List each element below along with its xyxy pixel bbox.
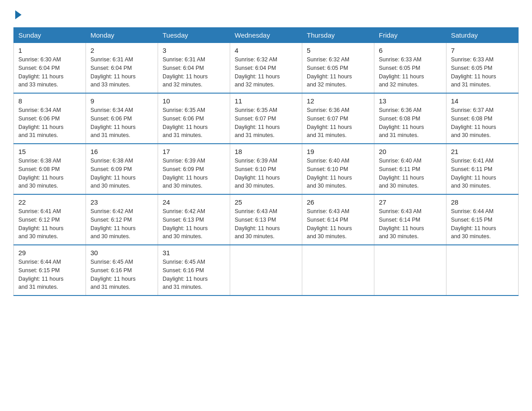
day-number: 6 <box>379 47 442 54</box>
day-info: Sunrise: 6:38 AMSunset: 6:08 PMDaylight:… <box>18 158 64 189</box>
calendar-cell: 11 Sunrise: 6:35 AMSunset: 6:07 PMDaylig… <box>230 93 302 144</box>
day-info: Sunrise: 6:38 AMSunset: 6:09 PMDaylight:… <box>90 158 136 189</box>
day-info: Sunrise: 6:43 AMSunset: 6:13 PMDaylight:… <box>235 208 280 240</box>
day-number: 1 <box>18 47 81 54</box>
week-row-1: 1 Sunrise: 6:30 AMSunset: 6:04 PMDayligh… <box>14 43 519 94</box>
header-saturday: Saturday <box>446 28 519 43</box>
page-header <box>13 9 519 19</box>
day-info: Sunrise: 6:40 AMSunset: 6:10 PMDaylight:… <box>307 158 352 189</box>
day-info: Sunrise: 6:36 AMSunset: 6:07 PMDaylight:… <box>307 107 352 138</box>
calendar-cell: 29 Sunrise: 6:44 AMSunset: 6:15 PMDaylig… <box>14 245 86 295</box>
calendar-cell: 16 Sunrise: 6:38 AMSunset: 6:09 PMDaylig… <box>86 144 158 194</box>
calendar-cell: 9 Sunrise: 6:34 AMSunset: 6:06 PMDayligh… <box>86 93 158 144</box>
day-number: 19 <box>307 148 369 155</box>
day-info: Sunrise: 6:31 AMSunset: 6:04 PMDaylight:… <box>163 56 208 88</box>
day-number: 8 <box>18 97 81 105</box>
day-number: 29 <box>18 249 81 257</box>
calendar-cell: 31 Sunrise: 6:45 AMSunset: 6:16 PMDaylig… <box>158 245 230 295</box>
day-info: Sunrise: 6:39 AMSunset: 6:09 PMDaylight:… <box>163 158 208 189</box>
day-info: Sunrise: 6:31 AMSunset: 6:04 PMDaylight:… <box>90 56 136 88</box>
calendar-cell: 2 Sunrise: 6:31 AMSunset: 6:04 PMDayligh… <box>86 43 158 94</box>
header-tuesday: Tuesday <box>158 28 230 43</box>
calendar-cell: 17 Sunrise: 6:39 AMSunset: 6:09 PMDaylig… <box>158 144 230 194</box>
calendar-cell: 3 Sunrise: 6:31 AMSunset: 6:04 PMDayligh… <box>158 43 230 94</box>
day-info: Sunrise: 6:34 AMSunset: 6:06 PMDaylight:… <box>90 107 136 138</box>
calendar-cell: 10 Sunrise: 6:35 AMSunset: 6:06 PMDaylig… <box>158 93 230 144</box>
calendar-cell <box>230 245 302 295</box>
day-info: Sunrise: 6:43 AMSunset: 6:14 PMDaylight:… <box>379 208 424 240</box>
day-info: Sunrise: 6:34 AMSunset: 6:06 PMDaylight:… <box>18 107 64 138</box>
day-info: Sunrise: 6:33 AMSunset: 6:05 PMDaylight:… <box>379 56 424 88</box>
day-number: 30 <box>90 249 153 257</box>
week-row-5: 29 Sunrise: 6:44 AMSunset: 6:15 PMDaylig… <box>14 245 519 295</box>
calendar-cell: 5 Sunrise: 6:32 AMSunset: 6:05 PMDayligh… <box>302 43 374 94</box>
day-info: Sunrise: 6:39 AMSunset: 6:10 PMDaylight:… <box>235 158 280 189</box>
week-row-2: 8 Sunrise: 6:34 AMSunset: 6:06 PMDayligh… <box>14 93 519 144</box>
day-number: 14 <box>451 97 514 105</box>
day-info: Sunrise: 6:42 AMSunset: 6:12 PMDaylight:… <box>90 208 136 240</box>
calendar-cell: 1 Sunrise: 6:30 AMSunset: 6:04 PMDayligh… <box>14 43 86 94</box>
calendar-cell: 13 Sunrise: 6:36 AMSunset: 6:08 PMDaylig… <box>374 93 446 144</box>
calendar-cell: 18 Sunrise: 6:39 AMSunset: 6:10 PMDaylig… <box>230 144 302 194</box>
calendar-cell: 25 Sunrise: 6:43 AMSunset: 6:13 PMDaylig… <box>230 194 302 245</box>
day-number: 25 <box>235 198 297 206</box>
calendar-cell: 14 Sunrise: 6:37 AMSunset: 6:08 PMDaylig… <box>446 93 519 144</box>
calendar-cell: 28 Sunrise: 6:44 AMSunset: 6:15 PMDaylig… <box>446 194 519 245</box>
day-number: 15 <box>18 148 81 155</box>
calendar-table: SundayMondayTuesdayWednesdayThursdayFrid… <box>13 27 519 296</box>
day-info: Sunrise: 6:40 AMSunset: 6:11 PMDaylight:… <box>379 158 424 189</box>
day-info: Sunrise: 6:41 AMSunset: 6:12 PMDaylight:… <box>18 208 64 240</box>
calendar-header-row: SundayMondayTuesdayWednesdayThursdayFrid… <box>14 28 519 43</box>
day-info: Sunrise: 6:41 AMSunset: 6:11 PMDaylight:… <box>451 158 496 189</box>
header-thursday: Thursday <box>302 28 374 43</box>
day-info: Sunrise: 6:33 AMSunset: 6:05 PMDaylight:… <box>451 56 496 88</box>
calendar-cell: 15 Sunrise: 6:38 AMSunset: 6:08 PMDaylig… <box>14 144 86 194</box>
day-number: 13 <box>379 97 442 105</box>
day-info: Sunrise: 6:44 AMSunset: 6:15 PMDaylight:… <box>18 259 64 290</box>
header-wednesday: Wednesday <box>230 28 302 43</box>
day-number: 21 <box>451 148 514 155</box>
day-number: 3 <box>163 47 225 54</box>
day-info: Sunrise: 6:37 AMSunset: 6:08 PMDaylight:… <box>451 107 496 138</box>
day-number: 12 <box>307 97 369 105</box>
calendar-cell: 21 Sunrise: 6:41 AMSunset: 6:11 PMDaylig… <box>446 144 519 194</box>
day-number: 22 <box>18 198 81 206</box>
day-number: 2 <box>90 47 153 54</box>
calendar-cell <box>302 245 374 295</box>
calendar-cell: 22 Sunrise: 6:41 AMSunset: 6:12 PMDaylig… <box>14 194 86 245</box>
logo <box>13 9 22 19</box>
day-info: Sunrise: 6:35 AMSunset: 6:06 PMDaylight:… <box>163 107 208 138</box>
day-number: 31 <box>163 249 225 257</box>
calendar-cell: 26 Sunrise: 6:43 AMSunset: 6:14 PMDaylig… <box>302 194 374 245</box>
calendar-cell: 4 Sunrise: 6:32 AMSunset: 6:04 PMDayligh… <box>230 43 302 94</box>
week-row-3: 15 Sunrise: 6:38 AMSunset: 6:08 PMDaylig… <box>14 144 519 194</box>
calendar-cell <box>374 245 446 295</box>
logo-arrow-icon <box>15 10 21 19</box>
week-row-4: 22 Sunrise: 6:41 AMSunset: 6:12 PMDaylig… <box>14 194 519 245</box>
day-info: Sunrise: 6:45 AMSunset: 6:16 PMDaylight:… <box>90 259 136 290</box>
day-info: Sunrise: 6:36 AMSunset: 6:08 PMDaylight:… <box>379 107 424 138</box>
day-info: Sunrise: 6:32 AMSunset: 6:04 PMDaylight:… <box>235 56 280 88</box>
calendar-cell: 7 Sunrise: 6:33 AMSunset: 6:05 PMDayligh… <box>446 43 519 94</box>
calendar-cell: 20 Sunrise: 6:40 AMSunset: 6:11 PMDaylig… <box>374 144 446 194</box>
day-number: 11 <box>235 97 297 105</box>
calendar-cell <box>446 245 519 295</box>
day-number: 4 <box>235 47 297 54</box>
day-number: 18 <box>235 148 297 155</box>
day-info: Sunrise: 6:43 AMSunset: 6:14 PMDaylight:… <box>307 208 352 240</box>
day-number: 28 <box>451 198 514 206</box>
day-number: 16 <box>90 148 153 155</box>
day-number: 10 <box>163 97 225 105</box>
day-number: 20 <box>379 148 442 155</box>
day-number: 7 <box>451 47 514 54</box>
day-info: Sunrise: 6:32 AMSunset: 6:05 PMDaylight:… <box>307 56 352 88</box>
day-number: 24 <box>163 198 225 206</box>
calendar-cell: 6 Sunrise: 6:33 AMSunset: 6:05 PMDayligh… <box>374 43 446 94</box>
header-friday: Friday <box>374 28 446 43</box>
day-number: 5 <box>307 47 369 54</box>
day-number: 23 <box>90 198 153 206</box>
day-info: Sunrise: 6:30 AMSunset: 6:04 PMDaylight:… <box>18 56 64 88</box>
day-number: 9 <box>90 97 153 105</box>
day-number: 17 <box>163 148 225 155</box>
calendar-cell: 30 Sunrise: 6:45 AMSunset: 6:16 PMDaylig… <box>86 245 158 295</box>
